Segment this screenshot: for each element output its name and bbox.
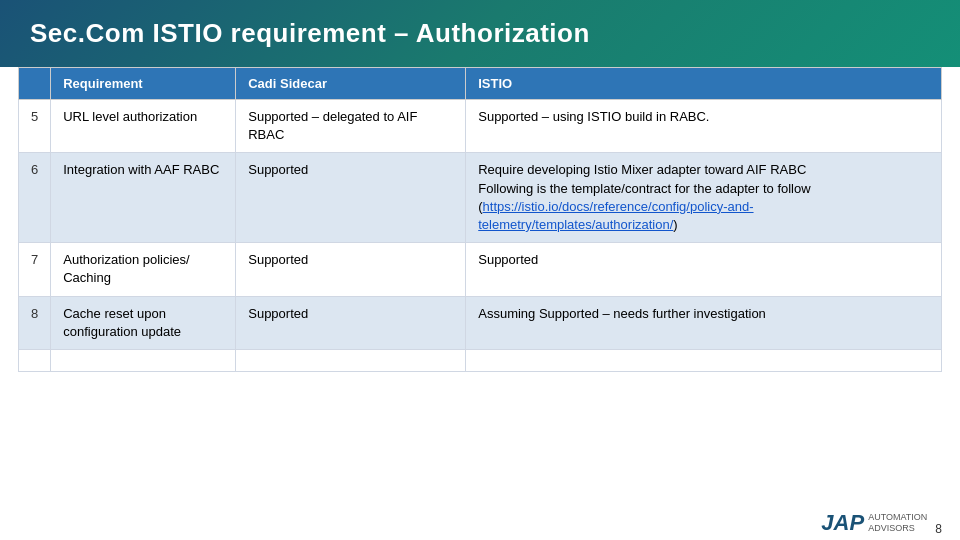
row-num-empty xyxy=(19,349,51,371)
col-num xyxy=(19,68,51,100)
logo-text: JAP xyxy=(821,510,864,536)
row-requirement: Authorization policies/ Caching xyxy=(51,243,236,296)
col-requirement: Requirement xyxy=(51,68,236,100)
row-istio: Supported – using ISTIO build in RABC. xyxy=(466,100,942,153)
page-title: Sec.Com ISTIO requirement – Authorizatio… xyxy=(30,18,590,49)
page-number: 8 xyxy=(935,522,942,536)
row-cadi-empty xyxy=(236,349,466,371)
col-cadi: Cadi Sidecar xyxy=(236,68,466,100)
istio-text-suffix: ) xyxy=(673,217,677,232)
table-row: 8 Cache reset upon configuration update … xyxy=(19,296,942,349)
row-istio-empty xyxy=(466,349,942,371)
col-istio: ISTIO xyxy=(466,68,942,100)
row-num: 5 xyxy=(19,100,51,153)
row-num: 7 xyxy=(19,243,51,296)
table-row: 5 URL level authorization Supported – de… xyxy=(19,100,942,153)
requirements-table: Requirement Cadi Sidecar ISTIO 5 URL lev… xyxy=(18,67,942,372)
table-row-empty xyxy=(19,349,942,371)
row-requirement: Cache reset upon configuration update xyxy=(51,296,236,349)
table-row: 6 Integration with AAF RABC Supported Re… xyxy=(19,153,942,243)
footer: JAP AUTOMATION ADVISORS 8 xyxy=(0,506,960,540)
row-cadi: Supported xyxy=(236,296,466,349)
logo-sub: AUTOMATION ADVISORS xyxy=(868,512,927,534)
row-cadi: Supported – delegated to AIF RBAC xyxy=(236,100,466,153)
row-cadi: Supported xyxy=(236,243,466,296)
table-header-row: Requirement Cadi Sidecar ISTIO xyxy=(19,68,942,100)
row-requirement: URL level authorization xyxy=(51,100,236,153)
row-num: 8 xyxy=(19,296,51,349)
logo-area: JAP AUTOMATION ADVISORS xyxy=(821,510,927,536)
row-cadi: Supported xyxy=(236,153,466,243)
row-istio: Assuming Supported – needs further inves… xyxy=(466,296,942,349)
row-istio: Supported xyxy=(466,243,942,296)
row-req-empty xyxy=(51,349,236,371)
row-num: 6 xyxy=(19,153,51,243)
row-istio-complex: Require developing Istio Mixer adapter t… xyxy=(466,153,942,243)
table-row: 7 Authorization policies/ Caching Suppor… xyxy=(19,243,942,296)
content: Requirement Cadi Sidecar ISTIO 5 URL lev… xyxy=(0,67,960,372)
istio-link[interactable]: https://istio.io/docs/reference/config/p… xyxy=(478,199,753,232)
header: Sec.Com ISTIO requirement – Authorizatio… xyxy=(0,0,960,67)
row-requirement: Integration with AAF RABC xyxy=(51,153,236,243)
